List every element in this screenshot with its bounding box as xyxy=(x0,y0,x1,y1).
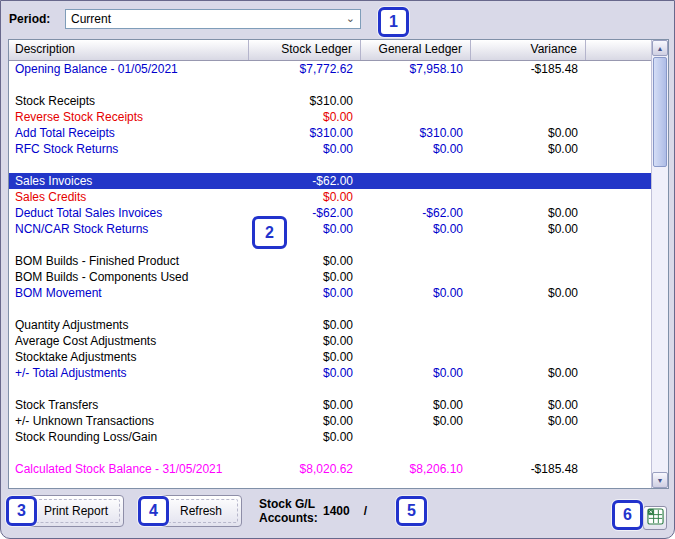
annotation-callout-5: 5 xyxy=(396,496,427,526)
cell-description: Sales Invoices xyxy=(9,174,249,188)
table-row-blank[interactable] xyxy=(9,157,651,173)
scroll-down-button[interactable]: ▼ xyxy=(652,472,668,488)
excel-export-icon xyxy=(647,508,664,529)
cell-stock-ledger: $310.00 xyxy=(249,126,361,140)
table-row[interactable]: Average Cost Adjustments$0.00 xyxy=(9,333,651,349)
table-row[interactable]: RFC Stock Returns$0.00$0.00$0.00 xyxy=(9,141,651,157)
table-row[interactable]: Stock Receipts$310.00 xyxy=(9,93,651,109)
cell-general-ledger: $0.00 xyxy=(361,398,471,412)
cell-description: NCN/CAR Stock Returns xyxy=(9,222,249,236)
vertical-scrollbar[interactable]: ▲ ▼ xyxy=(651,40,668,488)
cell-variance: $0.00 xyxy=(471,286,586,300)
cell-variance: $0.00 xyxy=(471,398,586,412)
table-row[interactable]: Stock Transfers$0.00$0.00$0.00 xyxy=(9,397,651,413)
cell-general-ledger: $0.00 xyxy=(361,366,471,380)
stock-reconciliation-window: Period: Current ⌄ Description Stock Ledg… xyxy=(0,0,675,539)
table-row[interactable]: Quantity Adjustments$0.00 xyxy=(9,317,651,333)
table-row-blank[interactable] xyxy=(9,381,651,397)
column-header-stock-ledger[interactable]: Stock Ledger xyxy=(249,40,361,60)
scroll-up-button[interactable]: ▲ xyxy=(652,40,668,56)
cell-description: Stock Rounding Loss/Gain xyxy=(9,430,249,444)
cell-stock-ledger: $8,020.62 xyxy=(249,462,361,476)
cell-description: Reverse Stock Receipts xyxy=(9,110,249,124)
table-row[interactable]: BOM Builds - Components Used$0.00 xyxy=(9,269,651,285)
table-row[interactable]: BOM Builds - Finished Product$0.00 xyxy=(9,253,651,269)
cell-general-ledger: $7,958.10 xyxy=(361,62,471,76)
table-row-blank[interactable] xyxy=(9,445,651,461)
annotation-callout-3: 3 xyxy=(6,496,37,526)
stock-gl-accounts-label-line2: Accounts: xyxy=(259,511,318,525)
cell-variance: $0.00 xyxy=(471,206,586,220)
refresh-button[interactable]: Refresh xyxy=(160,495,242,527)
annotation-callout-2: 2 xyxy=(252,216,287,249)
table-row[interactable]: Sales Invoices-$62.00 xyxy=(9,173,651,189)
cell-description: BOM Movement xyxy=(9,286,249,300)
column-header-general-ledger[interactable]: General Ledger xyxy=(361,40,471,60)
cell-general-ledger: $0.00 xyxy=(361,142,471,156)
scrollbar-thumb[interactable] xyxy=(653,57,667,167)
cell-variance: $0.00 xyxy=(471,222,586,236)
cell-stock-ledger: $0.00 xyxy=(249,286,361,300)
table-row[interactable]: Add Total Receipts$310.00$310.00$0.00 xyxy=(9,125,651,141)
cell-description: Calculated Stock Balance - 31/05/2021 xyxy=(9,462,249,476)
table-row-blank[interactable] xyxy=(9,237,651,253)
cell-stock-ledger: $0.00 xyxy=(249,318,361,332)
stock-gl-accounts-value: 1400/ xyxy=(323,504,367,518)
annotation-callout-1: 1 xyxy=(378,7,409,37)
cell-description: Average Cost Adjustments xyxy=(9,334,249,348)
cell-description: RFC Stock Returns xyxy=(9,142,249,156)
cell-stock-ledger: $0.00 xyxy=(249,142,361,156)
cell-general-ledger: -$62.00 xyxy=(361,206,471,220)
cell-variance: $0.00 xyxy=(471,414,586,428)
cell-stock-ledger: $0.00 xyxy=(249,430,361,444)
cell-description: Opening Balance - 01/05/2021 xyxy=(9,62,249,76)
stock-gl-accounts-label: Stock G/L Accounts: xyxy=(259,497,318,525)
grid-header: Description Stock Ledger General Ledger … xyxy=(9,40,651,61)
export-excel-button[interactable] xyxy=(643,506,667,530)
table-row[interactable]: Reverse Stock Receipts$0.00 xyxy=(9,109,651,125)
top-bar: Period: Current ⌄ xyxy=(1,1,674,39)
cell-general-ledger: $0.00 xyxy=(361,414,471,428)
chevron-down-icon: ⌄ xyxy=(346,12,355,25)
table-row[interactable]: NCN/CAR Stock Returns$0.00$0.00$0.00 xyxy=(9,221,651,237)
cell-stock-ledger: $7,772.62 xyxy=(249,62,361,76)
grid: Description Stock Ledger General Ledger … xyxy=(9,40,651,488)
table-row[interactable]: Sales Credits$0.00 xyxy=(9,189,651,205)
cell-general-ledger: $0.00 xyxy=(361,222,471,236)
cell-description: +/- Total Adjustments xyxy=(9,366,249,380)
print-report-button[interactable]: Print Report xyxy=(28,495,124,527)
table-row[interactable]: BOM Movement$0.00$0.00$0.00 xyxy=(9,285,651,301)
cell-variance: $0.00 xyxy=(471,126,586,140)
table-row[interactable]: +/- Total Adjustments$0.00$0.00$0.00 xyxy=(9,365,651,381)
cell-general-ledger: $8,206.10 xyxy=(361,462,471,476)
cell-variance: -$185.48 xyxy=(471,62,586,76)
cell-stock-ledger: $0.00 xyxy=(249,254,361,268)
cell-description: Deduct Total Sales Invoices xyxy=(9,206,249,220)
cell-stock-ledger: $310.00 xyxy=(249,94,361,108)
cell-stock-ledger: $0.00 xyxy=(249,414,361,428)
annotation-callout-4: 4 xyxy=(138,496,169,526)
cell-description: Stock Transfers xyxy=(9,398,249,412)
column-header-description[interactable]: Description xyxy=(9,40,249,60)
table-row[interactable]: +/- Unknown Transactions$0.00$0.00$0.00 xyxy=(9,413,651,429)
stock-gl-separator: / xyxy=(364,504,367,518)
cell-description: +/- Unknown Transactions xyxy=(9,414,249,428)
table-row[interactable]: Stocktake Adjustments$0.00 xyxy=(9,349,651,365)
column-header-variance[interactable]: Variance xyxy=(471,40,586,60)
cell-description: BOM Builds - Finished Product xyxy=(9,254,249,268)
table-row[interactable]: Opening Balance - 01/05/2021$7,772.62$7,… xyxy=(9,61,651,77)
period-dropdown[interactable]: Current ⌄ xyxy=(65,9,361,29)
stock-gl-accounts-label-line1: Stock G/L xyxy=(259,497,318,511)
cell-variance: $0.00 xyxy=(471,142,586,156)
scrollbar-track[interactable] xyxy=(652,168,668,472)
table-row-blank[interactable] xyxy=(9,77,651,93)
table-row[interactable]: Stock Rounding Loss/Gain$0.00 xyxy=(9,429,651,445)
period-label: Period: xyxy=(9,12,50,26)
cell-description: Sales Credits xyxy=(9,190,249,204)
table-row[interactable]: Deduct Total Sales Invoices-$62.00-$62.0… xyxy=(9,205,651,221)
cell-description: Quantity Adjustments xyxy=(9,318,249,332)
stock-gl-account-number: 1400 xyxy=(323,504,350,518)
table-row[interactable]: Calculated Stock Balance - 31/05/2021$8,… xyxy=(9,461,651,477)
table-row-blank[interactable] xyxy=(9,301,651,317)
cell-description: Stocktake Adjustments xyxy=(9,350,249,364)
